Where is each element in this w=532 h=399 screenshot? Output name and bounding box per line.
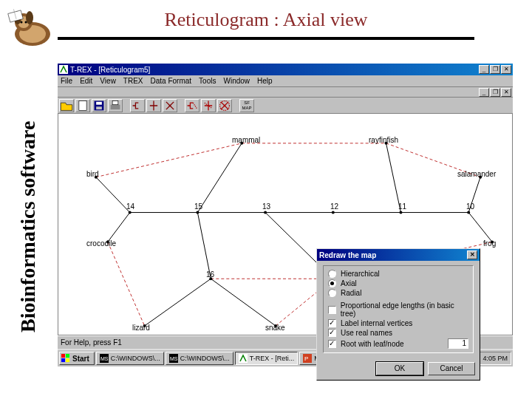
label-hierarchical: Hierarchical xyxy=(341,270,380,278)
map3-button[interactable] xyxy=(217,99,232,112)
check-labelinternal[interactable] xyxy=(328,319,336,327)
node-crocodile: crocodile xyxy=(86,239,116,248)
task-label: C:\WINDOWS\... xyxy=(111,355,160,362)
menu-help[interactable]: Help xyxy=(257,77,273,85)
menubar: File Edit View TREX Data Format Tools Wi… xyxy=(58,75,513,87)
radio-hierarchical[interactable] xyxy=(328,270,336,278)
svg-text:P: P xyxy=(304,355,308,362)
dialog-body: Hierarchical Axial Radial Proportional e… xyxy=(317,261,480,359)
node-lizard: lizard xyxy=(132,324,150,332)
node-frog: frog xyxy=(483,239,496,248)
menu-view[interactable]: View xyxy=(100,77,116,85)
menu-tools[interactable]: Tools xyxy=(199,77,216,85)
menu-data[interactable]: Data Format xyxy=(151,77,192,85)
svg-line-22 xyxy=(108,213,130,242)
svg-rect-57 xyxy=(66,358,69,362)
menu-file[interactable]: File xyxy=(61,77,72,85)
dialog-titlebar[interactable]: Redraw the map ✕ xyxy=(317,249,480,261)
svg-point-7 xyxy=(25,21,27,24)
svg-point-43 xyxy=(467,211,470,214)
task-label: C:\WINDOWS\... xyxy=(180,355,230,362)
close-button[interactable]: ✕ xyxy=(501,65,511,74)
app-window: T-REX - [Reticulogram5] _ ❐ ✕ File Edit … xyxy=(58,64,513,374)
node-rayfinfish: rayfinfish xyxy=(369,136,398,144)
mdi-close-button[interactable]: ✕ xyxy=(501,88,511,97)
mascot-image xyxy=(7,3,55,50)
svg-point-39 xyxy=(196,211,199,214)
node-16: 16 xyxy=(206,270,214,279)
app-icon xyxy=(239,354,248,363)
toolbar: SFMAP xyxy=(58,98,513,114)
label-root: Root with leaf/node xyxy=(341,340,404,348)
svg-line-31 xyxy=(96,143,242,177)
svg-point-5 xyxy=(26,11,33,24)
mdi-minimize-button[interactable]: _ xyxy=(479,88,489,97)
task-item[interactable]: MS C:\WINDOWS\... xyxy=(96,352,164,365)
dos-icon: MS xyxy=(100,354,109,363)
root-value-input[interactable]: 1 xyxy=(448,338,468,349)
map2-button[interactable] xyxy=(201,99,216,112)
svg-point-40 xyxy=(264,211,267,214)
map1-button[interactable] xyxy=(185,99,200,112)
node-salamander: salamander xyxy=(457,170,496,178)
node-12: 12 xyxy=(330,202,338,211)
cancel-button[interactable]: Cancel xyxy=(428,362,475,375)
node-10: 10 xyxy=(466,202,474,211)
title-underline xyxy=(58,37,474,40)
task-item[interactable]: MS C:\WINDOWS\... xyxy=(166,352,233,365)
check-realnames[interactable] xyxy=(328,329,336,337)
windows-icon xyxy=(61,354,70,363)
tree1-button[interactable] xyxy=(130,99,145,112)
dialog-close-button[interactable]: ✕ xyxy=(467,250,477,259)
node-snake: snake xyxy=(265,324,285,332)
print-button[interactable] xyxy=(108,99,123,112)
sfmap-button[interactable]: SFMAP xyxy=(239,99,254,112)
node-bird: bird xyxy=(86,170,99,178)
app-titlebar[interactable]: T-REX - [Reticulogram5] _ ❐ ✕ xyxy=(58,64,513,75)
redraw-dialog[interactable]: Redraw the map ✕ Hierarchical Axial Radi… xyxy=(316,248,480,381)
svg-point-42 xyxy=(399,211,402,214)
label-radial: Radial xyxy=(341,289,361,297)
maximize-button[interactable]: ❐ xyxy=(490,65,500,74)
ok-button[interactable]: OK xyxy=(376,362,423,375)
menu-trex[interactable]: TREX xyxy=(123,77,143,85)
node-15: 15 xyxy=(194,202,202,211)
start-label: Start xyxy=(72,355,89,363)
tree2-button[interactable] xyxy=(146,99,161,112)
new-button[interactable] xyxy=(75,99,90,112)
task-item-active[interactable]: T-REX - [Reti... xyxy=(235,352,299,365)
svg-rect-15 xyxy=(111,104,120,109)
tree3-button[interactable] xyxy=(163,99,177,112)
svg-rect-56 xyxy=(61,358,65,362)
minimize-button[interactable]: _ xyxy=(479,65,489,74)
svg-rect-55 xyxy=(66,354,69,358)
save-button[interactable] xyxy=(92,99,106,112)
svg-rect-13 xyxy=(96,101,102,104)
radio-radial[interactable] xyxy=(328,289,336,297)
start-button[interactable]: Start xyxy=(59,352,95,365)
svg-line-25 xyxy=(145,279,211,326)
menu-window[interactable]: Window xyxy=(223,77,250,85)
app-icon xyxy=(59,65,68,74)
dos-icon: MS xyxy=(169,354,178,363)
node-mammal: mammal xyxy=(232,136,260,144)
radio-axial[interactable] xyxy=(328,279,336,287)
label-realnames: Use real names xyxy=(341,329,392,337)
svg-line-23 xyxy=(197,143,242,213)
svg-point-38 xyxy=(129,211,132,214)
svg-line-26 xyxy=(211,279,276,326)
mdi-restore-button[interactable]: ❐ xyxy=(490,88,500,97)
app-title-text: T-REX - [Reticulogram5] xyxy=(70,66,150,74)
svg-rect-11 xyxy=(79,100,86,110)
menu-edit[interactable]: Edit xyxy=(80,77,92,85)
dialog-title-text: Redraw the map xyxy=(319,251,376,259)
svg-line-30 xyxy=(468,213,492,242)
label-labelinternal: Label internal vertices xyxy=(341,319,412,327)
svg-line-24 xyxy=(197,213,211,279)
label-propedge: Proportional edge lengths (in basic tree… xyxy=(341,301,468,318)
check-root[interactable] xyxy=(328,340,336,348)
mdi-controls: _ ❐ ✕ xyxy=(58,87,513,98)
check-propedge[interactable] xyxy=(328,306,336,314)
open-button[interactable] xyxy=(59,99,74,112)
svg-rect-14 xyxy=(96,106,102,109)
